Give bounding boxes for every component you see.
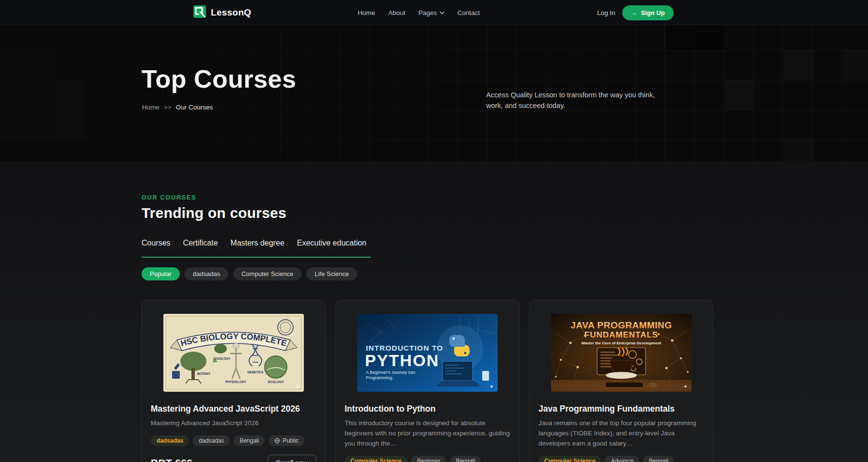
sparkle-icon: ✦ <box>296 384 300 390</box>
breadcrumb: Home >> Our Courses <box>142 104 213 111</box>
svg-text:ZOOLOGY: ZOOLOGY <box>215 357 231 360</box>
hero-mosaic-cell <box>725 80 755 110</box>
hero-mosaic-cell <box>55 80 85 140</box>
arrow-right-icon: → <box>631 9 637 16</box>
course-tags: Computer Science Beginner Bengali Public <box>345 456 510 462</box>
brand-name: LessonQ <box>211 7 251 18</box>
courses-section: OUR COURSES Trending on courses Courses … <box>0 162 868 462</box>
svg-text:GENETICS: GENETICS <box>247 370 264 374</box>
enroll-button[interactable]: Enroll now <box>268 455 316 462</box>
tag-language: Bengali <box>234 435 265 446</box>
filter-dadsadas[interactable]: dadsadas <box>185 267 228 280</box>
brand-logo[interactable]: LessonQ <box>193 0 251 25</box>
filter-popular[interactable]: Popular <box>142 267 180 280</box>
course-description: Mastering Advanced JavaScript 2026 <box>151 418 316 429</box>
tag-level: dadsadas <box>193 435 230 446</box>
signup-button[interactable]: → Sign Up <box>622 5 674 20</box>
lessonq-logo-icon <box>193 5 206 20</box>
nav-item-about[interactable]: About <box>388 9 405 16</box>
tag-visibility: Public <box>268 435 304 446</box>
hero-mosaic-cell <box>784 50 814 80</box>
breadcrumb-current: Our Courses <box>176 104 213 111</box>
course-description: Java remains one of the top four popular… <box>538 418 704 449</box>
svg-text:FUNDAMENTALS: FUNDAMENTALS <box>584 330 658 339</box>
hero-mosaic-cell <box>844 50 868 80</box>
course-title: Mastering Advanced JavaScript 2026 <box>151 404 316 414</box>
svg-text:Master the Core of Enterprise: Master the Core of Enterprise Developmen… <box>582 341 662 345</box>
section-heading: Trending on courses <box>142 205 868 221</box>
breadcrumb-home-link[interactable]: Home <box>142 104 159 111</box>
course-card[interactable]: INTRODUCTION TO PYTHON A Beginner's Jour… <box>335 300 520 462</box>
hero-tagline: Access Quality Lesson to transform the w… <box>486 90 655 111</box>
hero-banner: Top Courses Home >> Our Courses Access Q… <box>0 25 868 162</box>
globe-icon <box>274 438 280 444</box>
svg-text:PYTHON: PYTHON <box>365 351 440 370</box>
filter-pills: Popular dadsadas Computer Science Life S… <box>142 267 868 280</box>
tab-courses[interactable]: Courses <box>142 239 171 247</box>
tag-language: Bengali <box>450 456 481 462</box>
course-card[interactable]: JAVA PROGRAMMING FUNDAMENTALS Master the… <box>529 300 713 462</box>
breadcrumb-separator: >> <box>164 104 172 111</box>
tag-category: Computer Science <box>345 456 407 462</box>
tag-language: Bengali <box>643 456 674 462</box>
filter-computer-science[interactable]: Computer Science <box>233 267 301 280</box>
course-description: This introductory course is designed for… <box>345 418 510 449</box>
course-price: BDT 666 <box>151 457 192 462</box>
tag-level: Advance <box>605 456 639 462</box>
tab-masters-degree[interactable]: Masters degree <box>231 239 284 247</box>
hero-mosaic-cell <box>666 25 695 50</box>
tab-executive-education[interactable]: Executive education <box>297 239 366 247</box>
course-title: Java Programming Fundamentals <box>538 404 704 414</box>
tab-certificate[interactable]: Certificate <box>183 239 218 247</box>
course-tags: dadsadas dadsadas Bengali Public <box>151 435 316 446</box>
svg-text:Programming.: Programming. <box>366 375 394 380</box>
nav-auth-group: Log In → Sign Up <box>597 0 674 25</box>
hero-mosaic-cell <box>695 25 725 50</box>
svg-text:JAVA PROGRAMMING: JAVA PROGRAMMING <box>570 320 672 330</box>
chevron-down-icon <box>440 11 444 15</box>
nav-links: Home About Pages Contact <box>358 0 480 25</box>
nav-item-home[interactable]: Home <box>358 9 375 16</box>
course-tags: Computer Science Advance Bengali Public <box>538 456 704 462</box>
sparkle-icon: ✦ <box>683 384 688 390</box>
svg-text:ECOLOGY: ECOLOGY <box>268 380 284 384</box>
sparkle-icon: ✦ <box>489 384 494 390</box>
course-card-footer: BDT 666 Enroll now <box>151 455 316 462</box>
filter-life-science[interactable]: Life Science <box>306 267 357 280</box>
course-thumbnail-java: JAVA PROGRAMMING FUNDAMENTALS Master the… <box>551 314 692 392</box>
navbar: LessonQ Home About Pages Contact Log In … <box>0 0 868 25</box>
course-thumbnail-python: INTRODUCTION TO PYTHON A Beginner's Jour… <box>357 314 498 392</box>
nav-item-pages[interactable]: Pages <box>418 9 444 16</box>
nav-item-contact[interactable]: Contact <box>458 9 480 16</box>
tag-category: Computer Science <box>538 456 601 462</box>
course-thumbnail-biology: HSC BIOLOGY COMPLETE BOTANY <box>163 314 304 392</box>
course-tabs: Courses Certificate Masters degree Execu… <box>142 239 371 258</box>
tag-category: dadsadas <box>151 435 189 446</box>
page-title: Top Courses <box>142 66 296 92</box>
tag-level: Beginner <box>411 456 446 462</box>
hero-mosaic-cell <box>784 139 814 162</box>
course-card-grid: HSC BIOLOGY COMPLETE BOTANY <box>142 300 868 462</box>
section-eyebrow: OUR COURSES <box>142 194 868 201</box>
svg-text:A Beginner's Journey into: A Beginner's Journey into <box>366 370 415 375</box>
svg-text:BOTANY: BOTANY <box>197 372 211 375</box>
course-title: Introduction to Python <box>345 404 510 414</box>
svg-text:PHYSIOLOGY: PHYSIOLOGY <box>225 380 247 384</box>
login-link[interactable]: Log In <box>597 9 615 16</box>
hero-mosaic-cell <box>0 50 55 140</box>
course-card[interactable]: HSC BIOLOGY COMPLETE BOTANY <box>142 300 326 462</box>
